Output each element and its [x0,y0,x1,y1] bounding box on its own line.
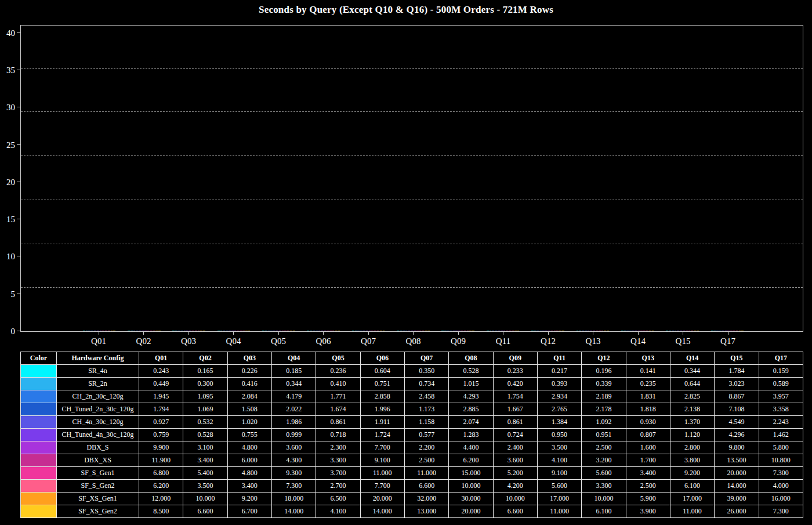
x-axis: Q01Q02Q03Q04Q05Q06Q07Q08Q09Q11Q12Q13Q14Q… [20,332,803,346]
value-CH_2n_30c_120g-Q04: 4.179 [271,390,316,403]
bar-DBX_S-Q09 [458,331,461,331]
bar-SF_S_Gen1-Q13 [599,331,601,331]
bar-CH_2n_30c_120g-Q09 [447,331,449,331]
value-CH_Tuned_2n_30c_120g-Q15: 7.108 [715,403,759,416]
value-DBX_XS-Q02: 3.400 [183,454,227,467]
x-slot-Q02: Q02 [127,332,161,346]
bar-SF_XS_Gen2-Q09 [472,331,474,331]
value-CH_2n_30c_120g-Q12: 2.189 [582,390,626,403]
value-SR_4n-Q03: 0.226 [227,365,271,378]
bar-CH_2n_30c_120g-Q12 [537,331,539,331]
bar-group-Q17 [710,26,744,331]
value-DBX_XS-Q05: 3.300 [316,454,360,467]
header-Q08: Q08 [449,352,493,365]
bar-group-inner [441,331,474,331]
value-SF_S_Gen1-Q01: 6.800 [139,467,183,480]
x-tick-mark [638,332,639,335]
value-CH_4n_30c_120g-Q08: 2.074 [449,416,493,429]
value-SR_2n-Q04: 0.344 [271,378,316,390]
bar-group-inner [397,331,430,331]
header-Q02: Q02 [183,352,227,365]
x-tick-mark [548,332,549,335]
bar-CH_Tuned_4n_30c_120g-Q06 [321,331,323,331]
value-SF_XS_Gen2-Q12: 6.100 [582,505,626,518]
value-SF_XS_Gen2-Q09: 6.600 [493,505,537,518]
bar-SF_S_Gen1-Q02 [150,331,152,331]
value-DBX_XS-Q09: 3.600 [493,454,537,467]
bar-group-inner [172,331,205,331]
bar-SF_XS_Gen1-Q02 [155,331,158,331]
bar-SR_4n-Q02 [128,331,130,331]
value-DBX_XS-Q07: 2.500 [404,454,448,467]
bar-DBX_XS-Q14 [640,331,643,331]
bar-group-inner [531,331,564,331]
bar-SF_S_Gen2-Q09 [467,331,469,331]
value-SF_S_Gen2-Q13: 2.500 [626,480,670,493]
value-SR_2n-Q03: 0.416 [227,378,271,390]
table-row-SR_2n: SR_2n0.4490.3000.4160.3440.4100.7510.734… [21,378,803,390]
color-swatch-SF_S_Gen2 [21,480,57,493]
bar-CH_Tuned_4n_30c_120g-Q08 [411,331,413,331]
bar-CH_Tuned_2n_30c_120g-Q09 [450,331,452,331]
config-name: SF_XS_Gen1 [57,493,139,505]
value-SR_4n-Q06: 0.604 [360,365,404,378]
bar-CH_2n_30c_120g-Q04 [223,331,225,331]
value-SR_4n-Q05: 0.236 [316,365,360,378]
x-tick-mark [368,332,369,335]
bar-SR_2n-Q13 [579,331,581,331]
bar-group-inner [487,331,520,331]
value-DBX_S-Q14: 2.800 [670,441,714,454]
value-SF_XS_Gen2-Q15: 26.000 [715,505,759,518]
header-Q14: Q14 [670,352,714,365]
x-slot-Q09: Q09 [441,332,475,346]
value-CH_Tuned_2n_30c_120g-Q11: 2.765 [537,403,581,416]
bar-SF_S_Gen1-Q05 [284,331,287,331]
header-Q05: Q05 [316,352,360,365]
x-tick-mark [728,332,728,335]
bar-CH_Tuned_2n_30c_120g-Q03 [181,331,183,331]
value-DBX_XS-Q13: 1.700 [626,454,670,467]
value-SR_2n-Q01: 0.449 [139,378,183,390]
bar-CH_Tuned_2n_30c_120g-Q07 [360,331,362,331]
x-slot-Q08: Q08 [397,332,430,346]
value-SR_4n-Q14: 0.344 [670,365,714,378]
legend-table-wrap: ColorHardware ConfigQ01Q02Q03Q04Q05Q06Q0… [20,352,803,518]
x-tick-mark [323,332,324,335]
bar-SF_S_Gen1-Q08 [419,331,422,331]
bar-SR_4n-Q05 [262,331,264,331]
value-SF_XS_Gen2-Q17: 7.300 [759,505,803,518]
bar-CH_4n_30c_120g-Q06 [318,331,321,331]
value-CH_4n_30c_120g-Q09: 0.861 [493,416,537,429]
bar-DBX_XS-Q12 [551,331,553,331]
value-SF_S_Gen1-Q04: 9.300 [271,467,316,480]
value-SR_2n-Q02: 0.300 [183,378,227,390]
y-tick-label: 10 [6,252,15,261]
bar-group-Q07 [351,26,385,331]
bar-CH_4n_30c_120g-Q13 [588,331,590,331]
x-slot-Q01: Q01 [82,332,115,346]
value-SR_4n-Q09: 0.233 [493,365,537,378]
bar-group-inner [128,331,161,331]
bar-SF_S_Gen2-Q13 [601,331,604,331]
value-SF_XS_Gen1-Q15: 39.000 [715,493,759,505]
header-Q06: Q06 [360,352,404,365]
bar-group-Q01 [82,26,116,331]
bar-SF_XS_Gen2-Q17 [741,331,744,331]
bar-CH_Tuned_2n_30c_120g-Q12 [540,331,542,331]
bar-group-Q05 [262,26,295,331]
value-SF_XS_Gen2-Q13: 3.900 [626,505,670,518]
value-SR_4n-Q07: 0.350 [404,365,448,378]
bar-DBX_S-Q12 [548,331,550,331]
color-swatch-DBX_S [21,441,57,454]
value-SF_XS_Gen2-Q02: 6.600 [183,505,227,518]
bar-CH_4n_30c_120g-Q04 [229,331,231,331]
value-SF_XS_Gen1-Q09: 10.000 [493,493,537,505]
value-CH_4n_30c_120g-Q02: 0.532 [183,416,227,429]
value-SF_S_Gen1-Q11: 9.100 [537,467,581,480]
bar-SF_XS_Gen1-Q09 [469,331,472,331]
value-SF_XS_Gen1-Q11: 17.000 [537,493,581,505]
bar-DBX_XS-Q05 [282,331,284,331]
header-config: Hardware Config [57,352,139,365]
bar-SF_XS_Gen2-Q13 [607,331,609,331]
value-CH_Tuned_2n_30c_120g-Q13: 1.818 [626,403,670,416]
